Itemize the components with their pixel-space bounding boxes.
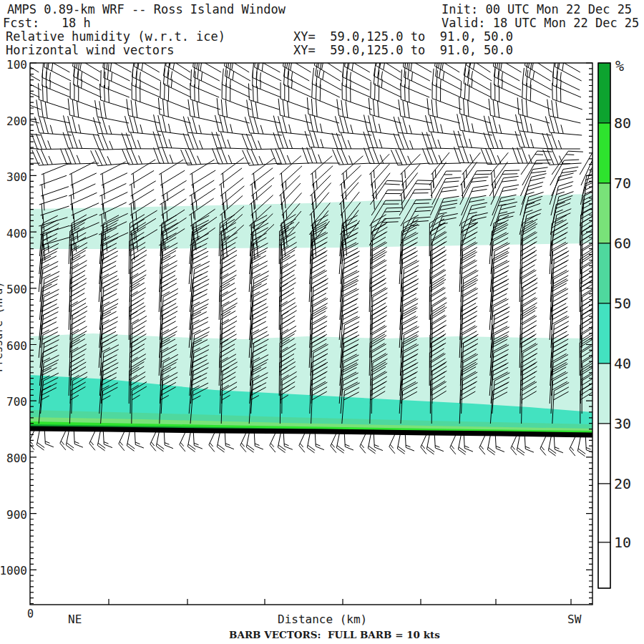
left-end-label: NE bbox=[68, 613, 82, 626]
x-axis-label: Distance (km) bbox=[278, 613, 367, 626]
colorbar-segment-8 bbox=[598, 542, 610, 588]
field1-xy-range: XY= 59.0,125.0 to 91.0, 50.0 bbox=[293, 30, 513, 44]
right-end-label: SW bbox=[567, 613, 581, 626]
y-tick-label-200: 200 bbox=[6, 114, 27, 128]
y-tick-label-900: 900 bbox=[6, 508, 27, 522]
plot-title: AMPS 0.89-km WRF -- Ross Island Window bbox=[7, 3, 286, 16]
colorbar-label-10: 10 bbox=[614, 534, 631, 551]
colorbar-label-30: 30 bbox=[614, 415, 631, 432]
colorbar-segment-5 bbox=[598, 364, 610, 424]
y-tick-label-600: 600 bbox=[6, 339, 27, 353]
cross-section-plot: 1002003004005006007008009001000Pressure … bbox=[0, 0, 644, 644]
colorbar-segment-0 bbox=[598, 63, 610, 123]
y-axis-label: Pressure (hPa) bbox=[0, 282, 5, 372]
field1-label: Relative humidity (w.r.t. ice) bbox=[6, 30, 225, 44]
colorbar-label-80: 80 bbox=[614, 114, 631, 132]
field2-label: Horizontal wind vectors bbox=[6, 44, 174, 57]
x-tick-label-0: 0 bbox=[27, 608, 34, 620]
amps-cross-section-page: 1002003004005006007008009001000Pressure … bbox=[0, 0, 644, 644]
y-tick-label-1000: 1000 bbox=[0, 564, 27, 577]
field2-xy-range: XY= 59.0,125.0 to 91.0, 50.0 bbox=[293, 44, 513, 57]
colorbar-segment-4 bbox=[598, 303, 610, 364]
colorbar-label-60: 60 bbox=[614, 235, 631, 252]
y-tick-label-100: 100 bbox=[6, 58, 27, 72]
colorbar-label-70: 70 bbox=[614, 175, 631, 192]
below-terrain-mask bbox=[30, 429, 592, 605]
colorbar-segment-6 bbox=[598, 424, 610, 484]
colorbar-segment-2 bbox=[598, 183, 610, 243]
y-tick-label-400: 400 bbox=[6, 227, 27, 240]
barb-legend: BARB VECTORS: FULL BARB = 10 kts bbox=[229, 629, 440, 640]
colorbar-segment-1 bbox=[598, 123, 610, 183]
y-tick-label-500: 500 bbox=[6, 283, 27, 296]
init-time: Init: 00 UTC Mon 22 Dec 25 bbox=[441, 3, 632, 16]
valid-time: Valid: 18 UTC Mon 22 Dec 25 bbox=[441, 16, 639, 30]
colorbar-label-40: 40 bbox=[614, 355, 631, 372]
y-tick-label-800: 800 bbox=[6, 452, 27, 465]
plot-contents bbox=[1, 42, 609, 605]
colorbar-label-20: 20 bbox=[614, 475, 631, 492]
colorbar-segment-7 bbox=[598, 484, 610, 542]
forecast-hour: Fcst: 18 h bbox=[3, 16, 91, 30]
y-tick-label-700: 700 bbox=[6, 395, 27, 409]
y-tick-label-300: 300 bbox=[6, 170, 27, 184]
colorbar-units: % bbox=[615, 57, 624, 74]
colorbar-segment-3 bbox=[598, 243, 610, 303]
colorbar-label-50: 50 bbox=[614, 295, 631, 312]
